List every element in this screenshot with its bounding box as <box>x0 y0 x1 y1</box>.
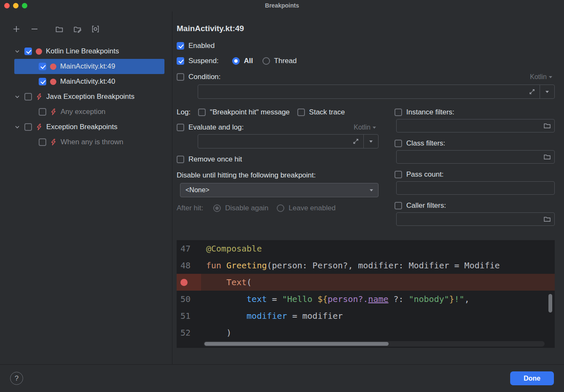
add-breakpoint-button[interactable] <box>12 24 21 34</box>
edit-description-button[interactable] <box>73 24 82 34</box>
evaluate-and-log-label[interactable]: Evaluate and log: <box>188 123 244 132</box>
enabled-checkbox[interactable] <box>177 42 184 50</box>
tree-group-label: Exception Breakpoints <box>46 123 117 131</box>
tree-group-exception-breakpoints[interactable]: Exception Breakpoints <box>14 119 164 135</box>
stack-trace-checkbox[interactable] <box>297 109 305 116</box>
suspend-all-label[interactable]: All <box>244 57 253 65</box>
enabled-label[interactable]: Enabled <box>188 42 214 50</box>
evaluate-language-selector[interactable]: Kotlin <box>354 124 376 131</box>
suspend-label[interactable]: Suspend: <box>188 57 219 65</box>
details-left-column: Log: "Breakpoint hit" message Stack trac… <box>177 108 379 233</box>
leave-enabled-label[interactable]: Leave enabled <box>289 204 336 212</box>
browse-folder-icon[interactable] <box>543 122 551 130</box>
suspend-checkbox[interactable] <box>177 57 184 65</box>
close-window-button[interactable] <box>4 3 10 8</box>
browse-folder-icon[interactable] <box>543 215 551 223</box>
class-filters-block: Class filters: <box>395 139 555 164</box>
chevron-down-icon[interactable] <box>14 94 21 100</box>
remove-once-hit-checkbox[interactable] <box>177 156 184 163</box>
instance-filters-block: Instance filters: <box>395 108 555 132</box>
breakpoints-tree: Kotlin Line Breakpoints MainActivity.kt:… <box>14 44 164 150</box>
group-checkbox[interactable] <box>24 123 32 131</box>
tree-group-java-exception-breakpoints[interactable]: Java Exception Breakpoints <box>14 89 164 104</box>
caller-filters-checkbox[interactable] <box>395 202 402 209</box>
pass-count-field <box>396 181 555 195</box>
tree-item-label: Any exception <box>61 108 106 116</box>
disable-until-dropdown[interactable]: <None> <box>180 183 379 197</box>
tree-item-mainactivity-40[interactable]: MainActivity.kt:40 <box>14 74 164 89</box>
breakpoint-checkbox[interactable] <box>39 138 46 146</box>
condition-language-selector[interactable]: Kotlin <box>530 73 552 81</box>
caller-filters-label[interactable]: Caller filters: <box>406 201 446 210</box>
grouping-icon <box>91 25 100 33</box>
breakpoint-checkbox[interactable] <box>39 108 46 116</box>
pass-count-block: Pass count: <box>395 170 555 195</box>
chevron-down-icon[interactable] <box>14 124 21 130</box>
tree-item-any-exception[interactable]: Any exception <box>14 104 164 119</box>
vertical-scrollbar[interactable] <box>548 242 553 339</box>
caller-filters-field <box>396 212 555 226</box>
window-title: Breakpoints <box>0 0 564 11</box>
horizontal-scrollbar[interactable] <box>204 341 545 347</box>
code-text: @Composable <box>201 240 555 257</box>
pass-count-label[interactable]: Pass count: <box>406 170 444 179</box>
zoom-window-button[interactable] <box>22 3 27 8</box>
condition-history-dropdown[interactable] <box>540 91 554 93</box>
suspend-thread-radio[interactable] <box>262 57 270 65</box>
minus-icon <box>30 25 39 33</box>
disable-until-value: <None> <box>185 186 370 194</box>
disable-again-label[interactable]: Disable again <box>225 204 268 212</box>
condition-checkbox[interactable] <box>177 73 184 81</box>
vertical-scrollbar-thumb[interactable] <box>548 294 552 313</box>
class-filters-checkbox[interactable] <box>395 140 402 147</box>
suspend-all-radio[interactable] <box>232 57 240 65</box>
tree-item-label: MainActivity.kt:40 <box>60 77 115 86</box>
tree-item-label: When any is thrown <box>61 138 123 146</box>
instance-filters-label[interactable]: Instance filters: <box>406 108 454 117</box>
leave-enabled-radio[interactable] <box>277 204 284 212</box>
exception-breakpoint-icon <box>50 139 57 146</box>
remove-once-hit-label[interactable]: Remove once hit <box>188 155 242 164</box>
condition-label[interactable]: Condition: <box>188 73 221 81</box>
evaluate-history-dropdown[interactable] <box>364 140 378 143</box>
code-line: 51 modifier = modifier <box>177 307 555 324</box>
group-by-class-button[interactable] <box>91 24 100 34</box>
code-text: fun Greeting(person: Person?, modifier: … <box>201 257 555 274</box>
chevron-down-icon[interactable] <box>14 48 21 54</box>
class-filters-label[interactable]: Class filters: <box>406 139 445 148</box>
gutter-breakpoint[interactable] <box>177 274 201 291</box>
chevron-down-icon <box>369 140 373 143</box>
group-checkbox[interactable] <box>24 93 32 101</box>
tree-item-when-any-is-thrown[interactable]: When any is thrown <box>14 135 164 150</box>
titlebar: Breakpoints <box>0 0 564 11</box>
code-line: Text( <box>177 274 555 291</box>
disable-again-radio[interactable] <box>213 204 221 212</box>
group-breakpoints-button[interactable] <box>55 24 64 34</box>
evaluate-and-log-checkbox[interactable] <box>177 124 184 131</box>
remove-breakpoint-button[interactable] <box>30 24 39 34</box>
expand-editor-icon[interactable] <box>352 138 359 145</box>
line-breakpoint-icon <box>50 79 56 85</box>
breakpoint-checkbox[interactable] <box>39 63 46 70</box>
group-checkbox[interactable] <box>24 48 32 55</box>
instance-filters-checkbox[interactable] <box>395 109 402 116</box>
log-message-label[interactable]: "Breakpoint hit" message <box>210 108 290 117</box>
line-breakpoint-icon <box>36 48 42 55</box>
horizontal-scrollbar-thumb[interactable] <box>204 342 389 346</box>
breakpoint-dot-icon[interactable] <box>180 279 188 286</box>
breakpoint-checkbox[interactable] <box>39 78 46 85</box>
chevron-down-icon <box>549 76 552 78</box>
tree-group-kotlin-line-breakpoints[interactable]: Kotlin Line Breakpoints <box>14 44 164 59</box>
done-button[interactable]: Done <box>510 371 554 385</box>
log-message-checkbox[interactable] <box>198 109 206 116</box>
tree-item-mainactivity-49[interactable]: MainActivity.kt:49 <box>14 59 164 74</box>
minimize-window-button[interactable] <box>13 3 19 8</box>
browse-folder-icon[interactable] <box>543 153 551 161</box>
condition-language-label: Kotlin <box>530 73 547 81</box>
expand-editor-icon[interactable] <box>529 88 535 95</box>
suspend-thread-label[interactable]: Thread <box>274 57 297 65</box>
help-button[interactable]: ? <box>10 372 23 385</box>
code-text: ) <box>201 324 555 341</box>
pass-count-checkbox[interactable] <box>395 171 402 178</box>
stack-trace-label[interactable]: Stack trace <box>309 108 345 117</box>
